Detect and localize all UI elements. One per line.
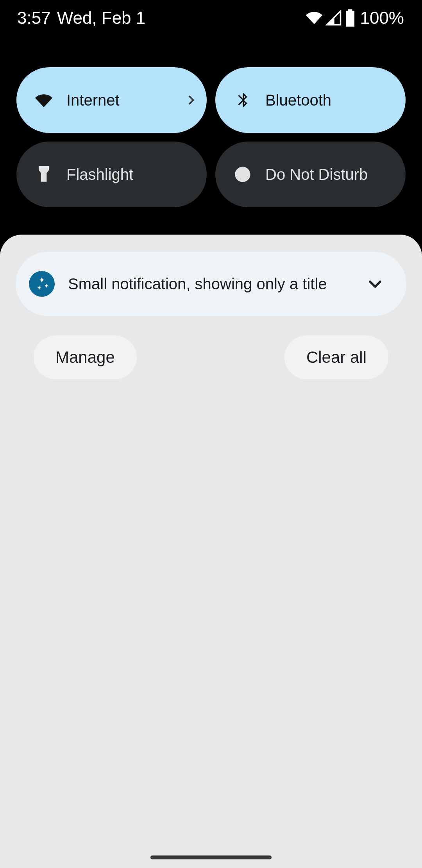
do-not-disturb-icon [234,166,251,183]
clear-all-button-label: Clear all [306,348,367,367]
status-date: Wed, Feb 1 [57,8,146,28]
expand-notification-button[interactable] [359,267,392,300]
quick-settings-panel: Internet Bluetooth Flashlight [0,36,422,221]
notification-card[interactable]: Small notification, showing only a title [16,252,406,316]
clear-all-button[interactable]: Clear all [284,335,388,379]
qs-tile-internet[interactable]: Internet [16,67,207,133]
notification-shade[interactable]: Small notification, showing only a title… [0,235,422,868]
qs-tile-label: Internet [66,91,161,109]
status-time: 3:57 [17,8,51,28]
qs-tile-bluetooth[interactable]: Bluetooth [215,67,406,133]
navigation-handle[interactable] [150,855,272,859]
wifi-icon [35,91,52,109]
bluetooth-icon [234,91,251,109]
notification-actions: Manage Clear all [34,335,388,379]
notification-title: Small notification, showing only a title [68,275,345,293]
cellular-icon [325,10,342,26]
wifi-icon [306,10,322,26]
qs-tile-label: Bluetooth [265,91,406,109]
flashlight-icon [35,166,52,183]
qs-tile-label: Do Not Disturb [265,166,406,183]
battery-icon [345,9,355,27]
status-right: 100% [306,8,404,28]
svg-point-0 [43,175,45,177]
qs-tile-dnd[interactable]: Do Not Disturb [215,142,406,207]
qs-tile-flashlight[interactable]: Flashlight [16,142,207,207]
manage-button-label: Manage [55,348,115,367]
qs-tile-label: Flashlight [66,166,207,183]
manage-button[interactable]: Manage [34,335,137,379]
status-bar: 3:57 Wed, Feb 1 100% [0,0,422,36]
chevron-right-icon[interactable] [175,94,207,106]
status-left: 3:57 Wed, Feb 1 [17,8,145,28]
notification-app-icon [29,271,55,297]
battery-percentage: 100% [360,8,404,28]
